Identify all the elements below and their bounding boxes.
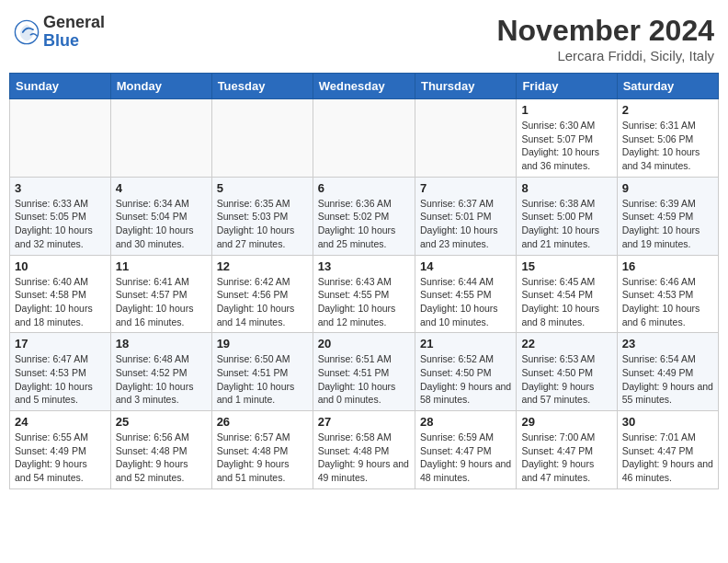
calendar-cell: 14Sunrise: 6:44 AM Sunset: 4:55 PM Dayli… <box>415 255 516 333</box>
day-number: 1 <box>521 103 611 117</box>
day-number: 6 <box>318 181 410 195</box>
calendar-cell: 9Sunrise: 6:39 AM Sunset: 4:59 PM Daylig… <box>617 177 718 255</box>
day-info: Sunrise: 6:51 AM Sunset: 4:51 PM Dayligh… <box>318 352 410 407</box>
day-info: Sunrise: 6:47 AM Sunset: 4:53 PM Dayligh… <box>15 352 106 407</box>
week-row-3: 10Sunrise: 6:40 AM Sunset: 4:58 PM Dayli… <box>10 255 719 333</box>
day-number: 10 <box>15 259 106 273</box>
weekday-header-monday: Monday <box>110 74 211 99</box>
day-number: 7 <box>420 181 511 195</box>
month-title: November 2024 <box>496 14 714 48</box>
calendar-cell: 24Sunrise: 6:55 AM Sunset: 4:49 PM Dayli… <box>10 411 111 489</box>
week-row-5: 24Sunrise: 6:55 AM Sunset: 4:49 PM Dayli… <box>10 411 719 489</box>
day-info: Sunrise: 6:50 AM Sunset: 4:51 PM Dayligh… <box>217 352 308 407</box>
calendar-cell: 29Sunrise: 7:00 AM Sunset: 4:47 PM Dayli… <box>517 411 617 489</box>
day-info: Sunrise: 6:37 AM Sunset: 5:01 PM Dayligh… <box>420 197 511 251</box>
calendar-cell: 28Sunrise: 6:59 AM Sunset: 4:47 PM Dayli… <box>415 411 516 489</box>
day-number: 2 <box>622 103 713 117</box>
calendar-cell: 15Sunrise: 6:45 AM Sunset: 4:54 PM Dayli… <box>517 255 617 333</box>
day-info: Sunrise: 6:33 AM Sunset: 5:05 PM Dayligh… <box>15 197 106 251</box>
day-info: Sunrise: 6:59 AM Sunset: 4:47 PM Dayligh… <box>420 431 511 485</box>
day-number: 19 <box>217 337 308 350</box>
calendar-cell <box>10 99 111 178</box>
logo-icon <box>14 19 40 45</box>
day-info: Sunrise: 6:42 AM Sunset: 4:56 PM Dayligh… <box>217 275 308 329</box>
day-info: Sunrise: 6:53 AM Sunset: 4:50 PM Dayligh… <box>521 352 611 407</box>
day-info: Sunrise: 6:56 AM Sunset: 4:48 PM Dayligh… <box>116 431 207 485</box>
day-number: 11 <box>116 259 207 273</box>
day-info: Sunrise: 6:54 AM Sunset: 4:49 PM Dayligh… <box>622 352 713 407</box>
logo-general-text: General <box>43 14 105 32</box>
calendar-cell: 26Sunrise: 6:57 AM Sunset: 4:48 PM Dayli… <box>211 411 313 489</box>
calendar-cell: 17Sunrise: 6:47 AM Sunset: 4:53 PM Dayli… <box>10 333 111 411</box>
day-number: 14 <box>420 259 511 273</box>
calendar-cell: 3Sunrise: 6:33 AM Sunset: 5:05 PM Daylig… <box>10 177 111 255</box>
weekday-header-tuesday: Tuesday <box>211 74 313 99</box>
day-info: Sunrise: 6:46 AM Sunset: 4:53 PM Dayligh… <box>622 275 713 329</box>
location: Lercara Friddi, Sicily, Italy <box>496 48 714 63</box>
weekday-header-wednesday: Wednesday <box>313 74 415 99</box>
day-info: Sunrise: 6:45 AM Sunset: 4:54 PM Dayligh… <box>521 275 611 329</box>
calendar-cell: 1Sunrise: 6:30 AM Sunset: 5:07 PM Daylig… <box>517 99 617 178</box>
calendar-cell <box>313 99 415 178</box>
day-info: Sunrise: 6:43 AM Sunset: 4:55 PM Dayligh… <box>318 275 410 329</box>
title-area: November 2024 Lercara Friddi, Sicily, It… <box>496 14 714 63</box>
day-info: Sunrise: 6:39 AM Sunset: 4:59 PM Dayligh… <box>622 197 713 251</box>
day-number: 30 <box>622 415 713 429</box>
calendar-cell: 30Sunrise: 7:01 AM Sunset: 4:47 PM Dayli… <box>617 411 718 489</box>
calendar-table: SundayMondayTuesdayWednesdayThursdayFrid… <box>9 73 719 489</box>
calendar-cell: 27Sunrise: 6:58 AM Sunset: 4:48 PM Dayli… <box>313 411 415 489</box>
calendar-cell: 11Sunrise: 6:41 AM Sunset: 4:57 PM Dayli… <box>110 255 211 333</box>
day-info: Sunrise: 6:48 AM Sunset: 4:52 PM Dayligh… <box>116 352 207 407</box>
day-info: Sunrise: 6:55 AM Sunset: 4:49 PM Dayligh… <box>15 431 106 485</box>
day-info: Sunrise: 6:30 AM Sunset: 5:07 PM Dayligh… <box>521 119 611 173</box>
day-info: Sunrise: 6:41 AM Sunset: 4:57 PM Dayligh… <box>116 275 207 329</box>
calendar-cell: 23Sunrise: 6:54 AM Sunset: 4:49 PM Dayli… <box>617 333 718 411</box>
day-number: 18 <box>116 337 207 350</box>
calendar-cell: 13Sunrise: 6:43 AM Sunset: 4:55 PM Dayli… <box>313 255 415 333</box>
day-info: Sunrise: 6:31 AM Sunset: 5:06 PM Dayligh… <box>622 119 713 173</box>
day-info: Sunrise: 6:58 AM Sunset: 4:48 PM Dayligh… <box>318 431 410 485</box>
weekday-header-thursday: Thursday <box>415 74 516 99</box>
weekday-header-saturday: Saturday <box>617 74 718 99</box>
day-number: 22 <box>521 337 611 350</box>
week-row-4: 17Sunrise: 6:47 AM Sunset: 4:53 PM Dayli… <box>10 333 719 411</box>
calendar-cell: 6Sunrise: 6:36 AM Sunset: 5:02 PM Daylig… <box>313 177 415 255</box>
day-number: 23 <box>622 337 713 350</box>
day-number: 4 <box>116 181 207 195</box>
weekday-header-friday: Friday <box>517 74 617 99</box>
calendar-cell: 4Sunrise: 6:34 AM Sunset: 5:04 PM Daylig… <box>110 177 211 255</box>
day-number: 13 <box>318 259 410 273</box>
logo: General Blue <box>14 14 105 51</box>
calendar-cell: 7Sunrise: 6:37 AM Sunset: 5:01 PM Daylig… <box>415 177 516 255</box>
day-number: 8 <box>521 181 611 195</box>
day-number: 27 <box>318 415 410 429</box>
calendar-cell <box>110 99 211 178</box>
header: General Blue November 2024 Lercara Fridd… <box>9 9 719 63</box>
calendar-cell: 18Sunrise: 6:48 AM Sunset: 4:52 PM Dayli… <box>110 333 211 411</box>
day-info: Sunrise: 6:35 AM Sunset: 5:03 PM Dayligh… <box>217 197 308 251</box>
day-number: 17 <box>15 337 106 350</box>
day-number: 5 <box>217 181 308 195</box>
logo-blue-text: Blue <box>43 32 105 51</box>
day-info: Sunrise: 6:57 AM Sunset: 4:48 PM Dayligh… <box>217 431 308 485</box>
calendar-cell: 19Sunrise: 6:50 AM Sunset: 4:51 PM Dayli… <box>211 333 313 411</box>
day-number: 9 <box>622 181 713 195</box>
day-number: 12 <box>217 259 308 273</box>
calendar-cell: 20Sunrise: 6:51 AM Sunset: 4:51 PM Dayli… <box>313 333 415 411</box>
calendar-cell <box>211 99 313 178</box>
calendar-cell: 8Sunrise: 6:38 AM Sunset: 5:00 PM Daylig… <box>517 177 617 255</box>
day-info: Sunrise: 6:40 AM Sunset: 4:58 PM Dayligh… <box>15 275 106 329</box>
calendar-cell <box>415 99 516 178</box>
day-number: 26 <box>217 415 308 429</box>
calendar-cell: 21Sunrise: 6:52 AM Sunset: 4:50 PM Dayli… <box>415 333 516 411</box>
calendar-cell: 5Sunrise: 6:35 AM Sunset: 5:03 PM Daylig… <box>211 177 313 255</box>
day-number: 28 <box>420 415 511 429</box>
day-info: Sunrise: 7:00 AM Sunset: 4:47 PM Dayligh… <box>521 431 611 485</box>
weekday-header-sunday: Sunday <box>10 74 111 99</box>
calendar-cell: 22Sunrise: 6:53 AM Sunset: 4:50 PM Dayli… <box>517 333 617 411</box>
day-number: 29 <box>521 415 611 429</box>
day-number: 15 <box>521 259 611 273</box>
day-info: Sunrise: 6:52 AM Sunset: 4:50 PM Dayligh… <box>420 352 511 407</box>
week-row-2: 3Sunrise: 6:33 AM Sunset: 5:05 PM Daylig… <box>10 177 719 255</box>
day-number: 25 <box>116 415 207 429</box>
